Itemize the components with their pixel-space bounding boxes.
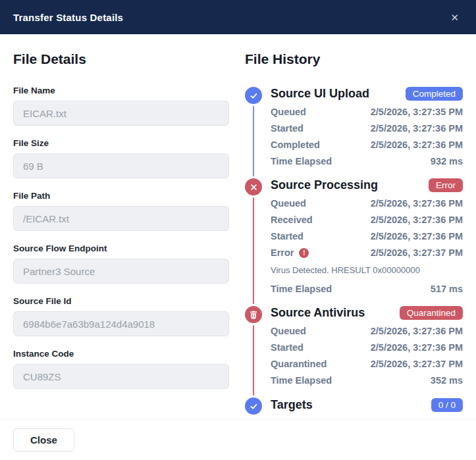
x-icon xyxy=(245,178,262,195)
timeline-connector xyxy=(253,325,254,396)
row-label: Queued xyxy=(271,323,306,340)
row-value: 2/5/2026, 3:27:36 PM xyxy=(371,212,463,228)
timeline-rail xyxy=(245,178,262,306)
row-label: Time Elapsed xyxy=(271,372,332,389)
check-icon xyxy=(245,87,262,104)
timeline-entry-source-antivirus: Source Antivirus Quarantined Queued 2/5/… xyxy=(245,306,463,397)
row-value: 2/5/2026, 3:27:37 PM xyxy=(371,245,463,261)
timeline-entry-targets: Targets 0 / 0 xyxy=(245,397,463,415)
modal-body: File Details File Name File Size File Pa… xyxy=(0,34,476,419)
close-icon[interactable]: ✕ xyxy=(446,10,463,25)
error-exclamation-icon: ! xyxy=(299,248,309,258)
timeline-rail xyxy=(245,397,262,415)
row-label: Started xyxy=(271,340,304,356)
entry-title: Targets xyxy=(271,398,313,412)
row-label: Received xyxy=(271,212,313,228)
row-label: Completed xyxy=(271,137,320,153)
history-row: Quarantined 2/5/2026, 3:27:37 PM xyxy=(271,356,463,372)
status-badge: Completed xyxy=(406,87,463,101)
row-label: Time Elapsed xyxy=(271,281,332,297)
trash-icon xyxy=(245,306,262,323)
file-path-label: File Path xyxy=(13,191,229,201)
instance-code-label: Instance Code xyxy=(13,349,229,359)
row-value: 2/5/2026, 3:27:36 PM xyxy=(371,137,463,153)
row-value: 932 ms xyxy=(431,153,463,170)
row-value: 517 ms xyxy=(431,281,463,297)
row-value: 2/5/2026, 3:27:36 PM xyxy=(371,340,463,356)
error-message: Virus Detected. HRESULT 0x00000000 xyxy=(271,265,463,275)
entry-content: Source UI Upload Completed Queued 2/5/20… xyxy=(271,87,463,178)
modal-footer: Close xyxy=(0,419,476,460)
file-history-heading: File History xyxy=(245,51,463,67)
history-row: Time Elapsed 517 ms xyxy=(271,281,463,297)
targets-count-badge: 0 / 0 xyxy=(431,398,463,412)
source-file-id-input xyxy=(13,311,229,336)
file-size-input xyxy=(13,153,229,178)
field-file-path: File Path xyxy=(13,191,229,231)
transfer-status-modal: Transfer Status Details ✕ File Details F… xyxy=(0,0,476,460)
history-row: Started 2/5/2026, 3:27:36 PM xyxy=(271,340,463,356)
source-flow-endpoint-input xyxy=(13,259,229,284)
entry-title: Source Processing xyxy=(271,178,378,192)
field-file-name: File Name xyxy=(13,86,229,126)
row-value: 2/5/2026, 3:27:35 PM xyxy=(371,104,463,120)
timeline-connector xyxy=(253,106,254,176)
field-source-file-id: Source File Id xyxy=(13,296,229,336)
history-row: Received 2/5/2026, 3:27:36 PM xyxy=(271,212,463,228)
timeline-entry-source-processing: Source Processing Error Queued 2/5/2026,… xyxy=(245,178,463,306)
history-row: Time Elapsed 932 ms xyxy=(271,153,463,170)
entry-title: Source Antivirus xyxy=(271,306,365,320)
history-row: Completed 2/5/2026, 3:27:36 PM xyxy=(271,137,463,153)
row-label: Quarantined xyxy=(271,356,327,372)
timeline-connector xyxy=(253,197,254,304)
file-details-section: File Details File Name File Size File Pa… xyxy=(13,51,229,419)
history-row: Started 2/5/2026, 3:27:36 PM xyxy=(271,120,463,137)
row-label: Queued xyxy=(271,104,306,120)
status-badge: Error xyxy=(429,178,463,192)
row-label: Started xyxy=(271,228,304,245)
modal-header: Transfer Status Details ✕ xyxy=(0,0,476,34)
file-history-section: File History Source UI Upload Completed … xyxy=(245,51,463,419)
timeline-entry-source-ui-upload: Source UI Upload Completed Queued 2/5/20… xyxy=(245,87,463,178)
close-button[interactable]: Close xyxy=(13,428,74,451)
row-label: Error xyxy=(271,245,294,261)
history-row: Time Elapsed 352 ms xyxy=(271,372,463,389)
entry-title: Source UI Upload xyxy=(271,87,369,101)
file-size-label: File Size xyxy=(13,138,229,148)
row-value: 2/5/2026, 3:27:36 PM xyxy=(371,323,463,340)
row-value: 2/5/2026, 3:27:36 PM xyxy=(371,195,463,212)
entry-content: Source Antivirus Quarantined Queued 2/5/… xyxy=(271,306,463,397)
field-source-flow-endpoint: Source Flow Endpoint xyxy=(13,243,229,284)
row-value: 2/5/2026, 3:27:37 PM xyxy=(371,356,463,372)
history-row: Started 2/5/2026, 3:27:36 PM xyxy=(271,228,463,245)
row-value: 352 ms xyxy=(431,372,463,389)
history-row: Queued 2/5/2026, 3:27:36 PM xyxy=(271,195,463,212)
file-name-label: File Name xyxy=(13,86,229,95)
row-label: Queued xyxy=(271,195,306,212)
timeline-rail xyxy=(245,306,262,397)
entry-content: Targets 0 / 0 xyxy=(271,397,463,415)
modal-title: Transfer Status Details xyxy=(13,12,123,23)
file-details-heading: File Details xyxy=(13,51,229,67)
entry-content: Source Processing Error Queued 2/5/2026,… xyxy=(271,178,463,306)
status-badge: Quarantined xyxy=(400,306,463,320)
history-row: Queued 2/5/2026, 3:27:36 PM xyxy=(271,323,463,340)
source-flow-endpoint-label: Source Flow Endpoint xyxy=(13,243,229,253)
timeline-rail xyxy=(245,87,262,178)
history-row-error: Error ! 2/5/2026, 3:27:37 PM xyxy=(271,245,463,261)
row-label: Time Elapsed xyxy=(271,153,332,170)
row-value: 2/5/2026, 3:27:36 PM xyxy=(371,120,463,137)
check-icon xyxy=(245,397,262,415)
file-name-input xyxy=(13,101,229,126)
history-row: Queued 2/5/2026, 3:27:35 PM xyxy=(271,104,463,120)
field-file-size: File Size xyxy=(13,138,229,178)
instance-code-input xyxy=(13,364,229,389)
field-instance-code: Instance Code xyxy=(13,349,229,389)
source-file-id-label: Source File Id xyxy=(13,296,229,306)
row-label: Started xyxy=(271,120,304,137)
row-value: 2/5/2026, 3:27:36 PM xyxy=(371,228,463,245)
file-path-input xyxy=(13,206,229,231)
